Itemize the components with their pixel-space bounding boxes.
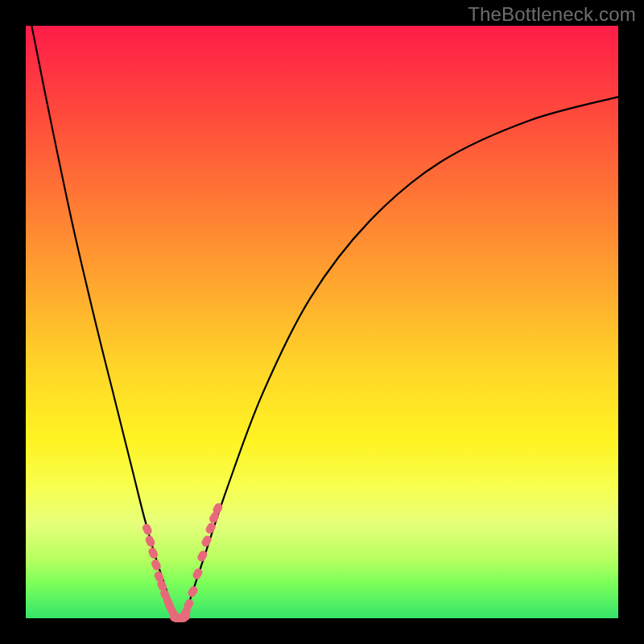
outer-frame: TheBottleneck.com — [0, 0, 644, 644]
marker-dot — [144, 535, 156, 548]
marker-layer — [141, 502, 224, 624]
marker-dot — [179, 613, 190, 621]
curve-layer — [26, 26, 618, 618]
marker-dot — [147, 547, 159, 560]
marker-dot — [141, 522, 153, 536]
marker-dot — [187, 584, 200, 598]
plot-area — [26, 26, 618, 618]
watermark-text: TheBottleneck.com — [468, 3, 636, 26]
marker-dot — [192, 567, 204, 580]
bottleneck-curve — [31, 26, 618, 618]
